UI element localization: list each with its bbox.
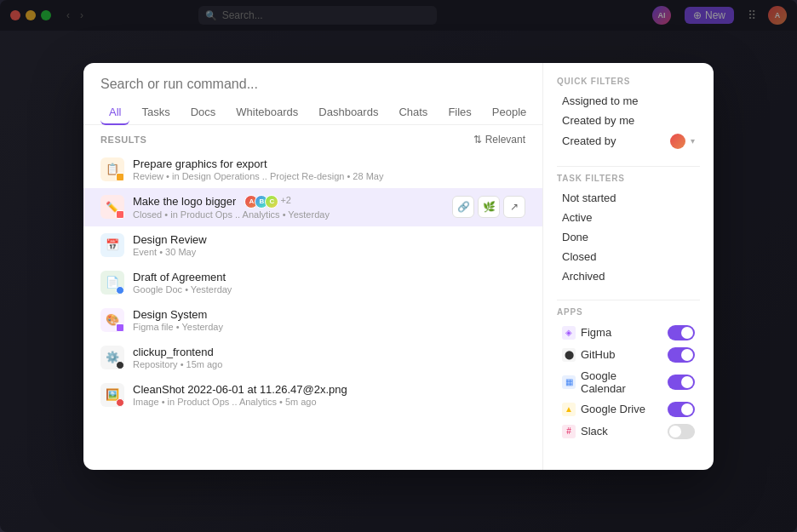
google-calendar-app-label: Google Calendar [581,369,662,395]
results-label: RESULTS [100,134,146,145]
figma-toggle[interactable] [668,325,695,340]
result-content-7: CleanShot 2022-06-01 at 11.26.47@2x.png … [133,383,525,407]
tab-tasks[interactable]: Tasks [133,100,178,125]
slack-app-option[interactable]: # Slack [557,420,700,443]
closed-label: Closed [562,250,596,263]
created-by-option[interactable]: Created by ▾ [557,130,700,152]
tab-files[interactable]: Files [439,100,479,125]
active-label: Active [562,211,592,224]
sort-label: Relevant [485,134,525,146]
open-action-button[interactable]: ↗ [503,196,525,218]
results-list: 📋 Prepare graphics for export Review • i… [83,151,542,470]
slack-app-label: Slack [581,425,608,438]
not-started-label: Not started [562,192,616,204]
apps-label: APPS [557,307,700,317]
result-item-prepare-graphics[interactable]: 📋 Prepare graphics for export Review • i… [83,151,542,188]
apps-section: APPS ◈ Figma ⬤ GitHub [557,307,700,443]
github-app-option[interactable]: ⬤ GitHub [557,344,700,366]
sort-icon: ⇅ [473,134,482,146]
figma-app-label: Figma [581,326,611,339]
avatar-count: +2 [280,195,291,209]
result-title-7: CleanShot 2022-06-01 at 11.26.47@2x.png [133,383,525,396]
slack-toggle[interactable] [668,424,695,439]
google-calendar-app-option[interactable]: ▦ Google Calendar [557,366,700,398]
chevron-down-icon: ▾ [691,136,695,146]
done-label: Done [562,231,588,243]
result-title-6: clickup_frontend [133,346,525,358]
created-by-avatar [670,134,685,149]
result-content-6: clickup_frontend Repository • 15m ago [133,346,525,369]
archived-option[interactable]: Archived [557,266,700,286]
result-title-row-2: Make the logo bigger A B C +2 [133,195,444,209]
link-action-button[interactable]: 🔗 [452,196,474,218]
result-avatars: A B C +2 [241,195,291,209]
tab-docs[interactable]: Docs [182,100,225,125]
created-by-label: Created by [562,134,616,147]
divider-1 [557,166,700,167]
filter-tabs: All Tasks Docs Whiteboards Dashboards Ch… [83,92,542,125]
google-drive-app-option[interactable]: ▲ Google Drive [557,398,700,420]
result-content-3: Design Review Event • 30 May [133,233,525,257]
result-icon-calendar: 📅 [100,233,124,257]
result-icon-doc: 📄 [100,271,124,295]
result-meta-3: Event • 30 May [133,247,525,257]
command-palette-modal: All Tasks Docs Whiteboards Dashboards Ch… [83,63,714,470]
result-content-5: Design System Figma file • Yesterday [133,308,525,332]
github-toggle[interactable] [668,347,695,363]
active-option[interactable]: Active [557,208,700,227]
task-filters-label: TASK FILTERS [557,174,700,183]
tab-all[interactable]: All [100,100,129,125]
result-item-draft[interactable]: 📄 Draft of Agreement Google Doc • Yester… [83,264,542,301]
results-header: RESULTS ⇅ Relevant [83,125,542,151]
assign-action-button[interactable]: 🌿 [478,196,500,218]
result-item-design-review[interactable]: 📅 Design Review Event • 30 May [83,226,542,264]
result-title: Prepare graphics for export [133,157,267,170]
result-item-logo-bigger[interactable]: ✏️ Make the logo bigger A B C +2 [83,188,542,226]
figma-app-option[interactable]: ◈ Figma [557,322,700,344]
tab-people[interactable]: People [484,100,535,125]
result-item-frontend[interactable]: ⚙️ clickup_frontend Repository • 15m ago [83,339,542,376]
result-icon-task-2: ✏️ [100,195,124,219]
search-input-area[interactable] [83,63,542,92]
assigned-to-me-option[interactable]: Assigned to me [557,91,700,111]
created-by-me-option[interactable]: Created by me [557,111,700,130]
result-actions: 🔗 🌿 ↗ [452,196,525,218]
result-icon-image: 🖼️ [100,383,124,407]
sort-button[interactable]: ⇅ Relevant [473,134,525,146]
google-calendar-app-icon: ▦ [562,375,576,389]
tab-dashboards[interactable]: Dashboards [310,100,387,125]
task-filters-section: TASK FILTERS Not started Active Done Clo… [557,174,700,286]
result-item-design-system[interactable]: 🎨 Design System Figma file • Yesterday [83,301,542,339]
google-calendar-toggle[interactable] [668,375,695,390]
google-drive-toggle[interactable] [668,402,695,417]
result-icon-figma: 🎨 [100,308,124,332]
closed-option[interactable]: Closed [557,247,700,266]
modal-body: All Tasks Docs Whiteboards Dashboards Ch… [83,63,714,470]
result-title-3: Design Review [133,233,525,246]
tab-chats[interactable]: Chats [390,100,436,125]
divider-2 [557,300,700,300]
result-title-4: Draft of Agreement [133,271,525,283]
assigned-to-me-label: Assigned to me [562,94,639,107]
result-content: Prepare graphics for export Review • in … [133,157,525,181]
result-item-cleanshot[interactable]: 🖼️ CleanShot 2022-06-01 at 11.26.47@2x.p… [83,376,542,414]
command-search-input[interactable] [100,77,525,92]
modal-right-panel: QUICK FILTERS Assigned to me Created by … [543,63,714,470]
result-icon-repo: ⚙️ [100,346,124,369]
figma-app-icon: ◈ [562,326,576,340]
archived-label: Archived [562,270,605,283]
done-option[interactable]: Done [557,227,700,247]
not-started-option[interactable]: Not started [557,188,700,208]
avatar-3: C [265,195,278,209]
tab-whiteboards[interactable]: Whiteboards [227,100,307,125]
slack-app-icon: # [562,425,576,438]
google-drive-app-label: Google Drive [581,403,645,415]
result-meta-7: Image • in Product Ops .. Analytics • 5m… [133,397,525,407]
created-by-me-label: Created by me [562,114,634,127]
modal-left-panel: All Tasks Docs Whiteboards Dashboards Ch… [83,63,543,470]
result-meta-5: Figma file • Yesterday [133,322,525,332]
result-meta-2: Closed • in Product Ops .. Analytics • Y… [133,209,444,220]
result-title-5: Design System [133,308,525,321]
result-meta: Review • in Design Operations .. Project… [133,171,525,181]
result-content-2: Make the logo bigger A B C +2 Closed • i… [133,195,444,220]
